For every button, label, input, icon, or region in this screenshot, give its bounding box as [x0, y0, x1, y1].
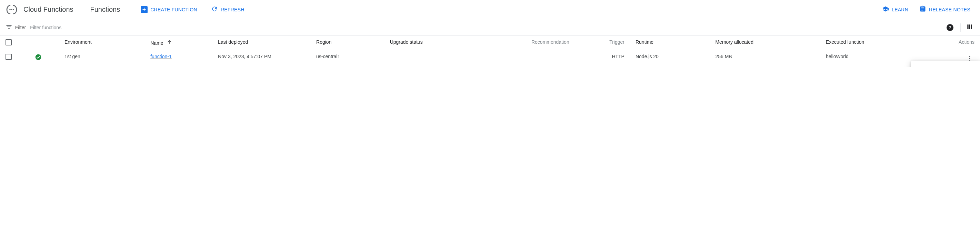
- col-name-label: Name: [150, 40, 163, 46]
- cell-last-deployed: Nov 3, 2023, 4:57:07 PM: [212, 50, 311, 67]
- col-upgrade-status[interactable]: Upgrade status: [385, 36, 489, 50]
- filter-input[interactable]: [30, 25, 947, 30]
- row-checkbox[interactable]: [6, 54, 12, 60]
- refresh-icon: [211, 5, 218, 13]
- page-title: Functions: [90, 5, 120, 13]
- col-environment[interactable]: Environment: [59, 36, 145, 50]
- release-notes-label: Release Notes: [929, 7, 970, 13]
- col-actions: Actions: [931, 36, 980, 50]
- release-notes-icon: [919, 5, 926, 13]
- create-function-button[interactable]: + Create function: [137, 3, 201, 16]
- learn-label: Learn: [892, 7, 908, 13]
- cell-region: us-central1: [311, 50, 385, 67]
- svg-point-4: [969, 56, 970, 57]
- function-name-link[interactable]: function-1: [150, 54, 171, 59]
- status-success-icon: [35, 54, 42, 60]
- sort-asc-icon: [167, 40, 172, 46]
- svg-point-5: [969, 58, 970, 59]
- col-runtime[interactable]: Runtime: [630, 36, 710, 50]
- select-all-checkbox[interactable]: [6, 39, 12, 46]
- svg-point-2: [13, 9, 14, 10]
- copy-icon: [918, 67, 925, 67]
- table-row: 1st gen function-1 Nov 3, 2023, 4:57:07 …: [0, 50, 980, 67]
- svg-point-0: [9, 9, 11, 10]
- cell-trigger: HTTP: [575, 50, 630, 67]
- row-actions-menu: Copy function Test function View logs: [911, 60, 980, 67]
- create-function-label: Create function: [150, 7, 197, 13]
- col-name[interactable]: Name: [145, 36, 212, 50]
- col-last-deployed[interactable]: Last deployed: [212, 36, 311, 50]
- col-recommendation[interactable]: Recommendation: [488, 36, 574, 50]
- cell-environment: 1st gen: [59, 50, 145, 67]
- learn-icon: [882, 5, 889, 13]
- cell-runtime: Node.js 20: [630, 50, 710, 67]
- divider: [960, 24, 961, 32]
- learn-button[interactable]: Learn: [878, 3, 912, 16]
- functions-table: Environment Name Last deployed Region Up…: [0, 36, 980, 67]
- svg-point-1: [11, 9, 13, 10]
- refresh-button[interactable]: Refresh: [207, 3, 249, 16]
- table-header-row: Environment Name Last deployed Region Up…: [0, 36, 980, 50]
- cell-recommendation: [488, 50, 574, 67]
- filter-bar: Filter ?: [0, 19, 980, 36]
- product-title: Cloud Functions: [24, 0, 82, 19]
- filter-label: Filter: [15, 25, 26, 30]
- menu-label-copy: Copy function: [930, 67, 962, 68]
- release-notes-button[interactable]: Release Notes: [915, 3, 974, 16]
- columns-icon[interactable]: [965, 22, 974, 33]
- filter-icon: [6, 24, 13, 31]
- col-region[interactable]: Region: [311, 36, 385, 50]
- top-bar: Cloud Functions Functions + Create funct…: [0, 0, 980, 19]
- help-icon[interactable]: ?: [947, 24, 953, 31]
- col-executed-function[interactable]: Executed function: [820, 36, 931, 50]
- functions-table-wrap: Environment Name Last deployed Region Up…: [0, 36, 980, 67]
- svg-point-3: [35, 54, 41, 60]
- product-icon: [6, 3, 18, 16]
- cell-upgrade-status: [385, 50, 489, 67]
- col-memory[interactable]: Memory allocated: [710, 36, 820, 50]
- col-trigger[interactable]: Trigger: [575, 36, 630, 50]
- cell-memory: 256 MB: [710, 50, 820, 67]
- refresh-label: Refresh: [221, 7, 245, 13]
- plus-icon: +: [141, 6, 148, 13]
- menu-item-copy-function[interactable]: Copy function: [911, 63, 980, 67]
